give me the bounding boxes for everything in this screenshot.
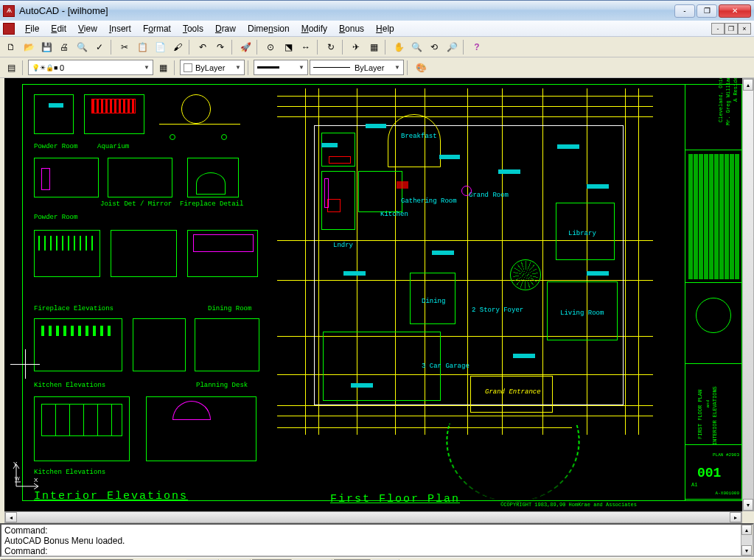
pan-button[interactable]: ✋ [391,39,407,55]
layer-combo[interactable]: 💡☀🔒■ 0 [28,60,153,75]
room-entrance: Grand Entrance [485,388,541,396]
mdi-restore-button[interactable]: ❐ [725,23,738,35]
make-object-layer-button[interactable]: ▤ [3,60,19,76]
mdi-minimize-button[interactable]: - [711,23,725,35]
spell-button[interactable]: ✓ [91,39,108,55]
standard-toolbar: 🗋 📂 💾 🖨 🔍 ✓ ✂ 📋 📄 🖌 ↶ ↷ 🚀 ⊙ ⬔ ↔ ↻ ✈ ▦ ✋ … [0,37,754,57]
mdi-close-button[interactable]: × [738,23,751,35]
properties-button[interactable]: 🎨 [413,60,429,76]
preview-button[interactable]: 🔍 [74,39,90,55]
sheet-number: 001 [697,466,721,480]
svg-text:X: X [34,477,38,483]
undo-button[interactable]: ↶ [195,39,211,55]
matchprop-button[interactable]: 🖌 [170,39,186,55]
open-button[interactable]: 📂 [21,39,37,55]
maximize-button[interactable]: ❐ [697,4,717,18]
drawing-shell: A Residence for Mr. Greg Williams Clevel… [0,78,754,523]
cmd-scroll-down[interactable]: ▾ [741,545,752,556]
minimize-button[interactable]: - [674,4,695,18]
sheet-size: A1 [691,482,697,488]
app-icon: Ѧ [3,5,15,17]
room-foyer: 2 Story Foyer [472,307,504,314]
horizontal-scrollbar[interactable]: ◂ ▸ [4,511,742,523]
cmd-scroll-up[interactable]: ▴ [741,525,752,535]
print-button[interactable]: 🖨 [56,39,72,55]
detail-kitchen-elev: Kitchen Elevations [34,382,105,389]
ucs-button[interactable]: ⬔ [280,39,296,55]
menu-view[interactable]: View [72,22,103,35]
menubar: File Edit View Insert Format Tools Draw … [0,21,754,37]
menu-dimension[interactable]: Dimension [242,22,296,35]
menu-draw[interactable]: Draw [209,22,242,35]
properties-toolbar: ▤ 💡☀🔒■ 0 ▦ ByLayer ByLayer 🎨 [0,57,754,78]
color-combo[interactable]: ByLayer [180,60,245,75]
client-line3: Cleveland, Ohio [718,78,724,122]
save-button[interactable]: 💾 [38,39,55,55]
close-button[interactable]: ✕ [719,4,751,18]
scroll-left-button[interactable]: ◂ [5,512,17,522]
drawing-canvas[interactable]: A Residence for Mr. Greg Williams Clevel… [4,78,754,511]
room-library: Library [568,230,596,237]
scroll-down-button[interactable]: ▾ [743,499,753,511]
aerial-button[interactable]: ✈ [348,39,364,55]
room-dining: Dining [422,298,445,305]
linetype-combo[interactable]: ByLayer [310,60,404,75]
menu-help[interactable]: Help [370,22,400,35]
cut-button[interactable]: ✂ [116,39,133,55]
lineweight-combo[interactable] [254,60,308,75]
detail-powder1: Powder Room [34,143,77,150]
detail-fireplace: Fireplace Detail [180,200,243,208]
dwg-number: A-X001000 [716,491,739,496]
layer-props-button[interactable]: ▦ [155,60,171,76]
floor-plan: Breakfast Gathering Room Kitchen Grand R… [277,88,653,501]
help-button[interactable]: ? [469,39,485,55]
command-text: Command: AutoCAD Bonus Menu loaded. Comm… [1,525,741,556]
room-kitchen: Kitchen [380,211,408,218]
copy-button[interactable]: 📋 [134,39,150,55]
copyright: ©COPYRIGHT 1983,89,90 HomKrae and Associ… [500,502,637,508]
osnap-from-button[interactable]: ⊙ [262,39,279,55]
room-grand: Grand Room [469,192,509,199]
detail-kitchen-elev2: Kitchen Elevations [34,469,105,476]
zoom-win-button[interactable]: 🔍 [408,39,425,55]
detail-dining: Dining Room [208,305,251,312]
paste-button[interactable]: 📄 [152,39,168,55]
svg-text:W: W [15,476,20,481]
named-views-button[interactable]: ▦ [366,39,382,55]
detail-planning: Planning Desk [196,382,248,389]
room-living: Living Room [560,309,604,317]
detail-joist: Joist Det / Mirror [100,200,172,208]
zoom-button[interactable]: 🔎 [444,39,460,55]
layer-name: 0 [60,63,64,72]
menu-bonus[interactable]: Bonus [333,22,370,35]
svg-text:Y: Y [13,461,18,467]
redraw-button[interactable]: ↻ [323,39,339,55]
launch-button[interactable]: 🚀 [237,39,254,55]
interior-elevations: Powder Room Aquarium Joist Det / Mirror … [27,88,270,508]
zoom-prev-button[interactable]: ⟲ [426,39,442,55]
sheet-title1: FIRST FLOOR PLAN [697,390,703,439]
scroll-right-button[interactable]: ▸ [730,512,741,522]
scroll-up-button[interactable]: ▴ [743,79,753,91]
menu-modify[interactable]: Modify [296,22,333,35]
document-icon[interactable] [3,23,15,35]
menu-insert[interactable]: Insert [103,22,137,35]
sheet-title3: INTERIOR ELEVATIONS [712,386,718,445]
menu-edit[interactable]: Edit [45,22,72,35]
redo-button[interactable]: ↷ [212,39,228,55]
command-window[interactable]: Command: AutoCAD Bonus Menu loaded. Comm… [0,523,754,557]
menu-tools[interactable]: Tools [177,22,209,35]
menu-file[interactable]: File [19,22,45,35]
detail-fireplace-elev: Fireplace Elevations [34,305,114,312]
room-lndry: Lndry [333,242,353,249]
room-breakfast: Breakfast [401,133,437,140]
room-garage: 3 Car Garage [422,363,469,370]
statusbar: -0-0 21/64",1'-6 1/8" ,0'-0" SNAP GRID O… [0,557,754,560]
detail-powder2: Powder Room [34,214,77,221]
new-button[interactable]: 🗋 [3,39,19,55]
window-title: AutoCAD - [wilhome] [19,5,674,16]
dist-button[interactable]: ↔ [298,39,314,55]
menu-format[interactable]: Format [137,22,177,35]
detail-aquarium: Aquarium [97,143,129,150]
vertical-scrollbar[interactable]: ▴ ▾ [742,78,754,511]
